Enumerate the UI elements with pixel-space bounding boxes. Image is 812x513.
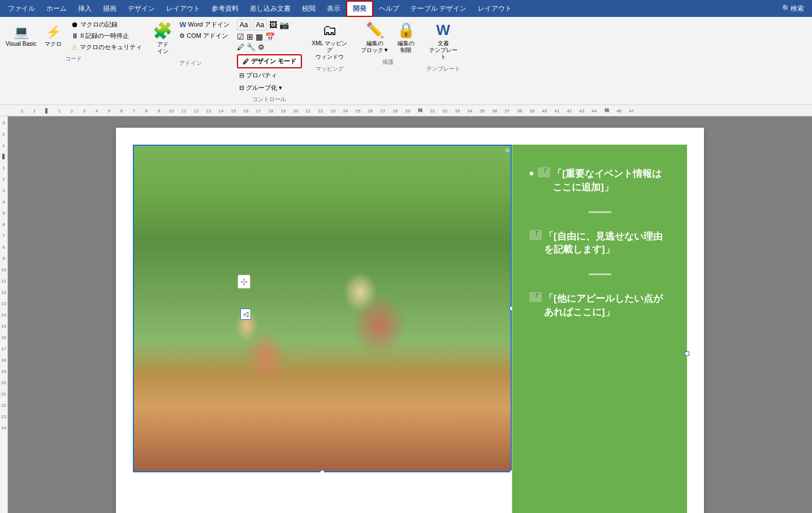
addins-group-label: アドイン [149, 57, 231, 67]
bullet-dot-1: ■ [529, 169, 533, 177]
macro-security-button[interactable]: ⚠ マクロのセキュリティ [69, 42, 144, 53]
addin-label: アドイン [157, 41, 169, 55]
code-group-label: コード [2, 53, 144, 63]
com-label: COM アドイン [187, 32, 228, 40]
addin-icon: 🧩 [153, 21, 172, 40]
word-addin-label: Word アドイン [188, 20, 230, 29]
menu-mailings[interactable]: 差し込み文書 [244, 2, 296, 16]
block-authors-button[interactable]: ✏️ 編集のブロック▼ [357, 19, 392, 56]
vb-icon: 💻 [14, 25, 29, 40]
menu-insert[interactable]: 挿入 [72, 2, 97, 16]
ribbon-group-protection: ✏️ 編集のブロック▼ 🔒 編集の制限 保護 [357, 19, 418, 67]
mapping-group-label: マッピング [307, 63, 352, 73]
properties-button[interactable]: ⊟ プロパティ [237, 70, 279, 81]
text-control-aa1[interactable]: Aa [237, 19, 251, 31]
menu-table-design[interactable]: テーブル デザイン [405, 2, 472, 16]
pause-label: II 記録の一時停止 [80, 32, 129, 40]
grouping-label: グループ化 ▾ [246, 84, 282, 92]
panel-text-content-1: 「[重要なイベント情報はここに追加]」 [552, 168, 662, 193]
security-label: マクロのセキュリティ [80, 43, 142, 51]
bracket-icon-3: 「 [529, 292, 542, 302]
image-control[interactable]: 🖼 [269, 20, 277, 29]
bracket-icon-2: 「 [529, 230, 542, 240]
image-indicator: ⊕ [505, 147, 509, 153]
table-move-handle[interactable]: ⊹ [237, 275, 250, 289]
xml-mapping-button[interactable]: 🗂 XML マッピングウィンドウ [307, 19, 352, 63]
design-mode-icon: 🖊 [243, 58, 249, 65]
tools-control[interactable]: 🔧 [247, 43, 256, 51]
search-icon: 🔍 [782, 5, 791, 12]
warn-icon: ⚠ [71, 43, 78, 51]
menu-table-layout[interactable]: レイアウト [472, 2, 517, 16]
xml-label: XML マッピングウィンドウ [310, 40, 349, 60]
ribbon-group-controls: Aa Aa 🖼 📷 ☑ ⊞ ▦ 📅 🖊 🔧 ⚙ 🖊 [237, 19, 302, 105]
restrict-icon: 🔒 [397, 21, 415, 39]
restrict-label: 編集の制限 [398, 40, 414, 54]
document-image[interactable]: ⊕ [133, 145, 512, 472]
menu-review[interactable]: 校閲 [296, 2, 321, 16]
macro-icon: ⚡ [46, 25, 61, 40]
pause-icon: ⏸ [71, 32, 79, 40]
more-control[interactable]: ⚙ [258, 43, 265, 51]
list-control[interactable]: ▦ [256, 32, 263, 41]
record-label: マクロの記録 [80, 20, 118, 29]
search-label: 検索 [791, 4, 804, 14]
word-addin-button[interactable]: W Word アドイン [177, 19, 231, 30]
menu-references[interactable]: 参考資料 [206, 2, 244, 16]
record-macro-button[interactable]: ⏺ マクロの記録 [69, 19, 144, 30]
design-mode-button[interactable]: 🖊 デザイン モード [237, 54, 302, 68]
grouping-button[interactable]: ⊟ グループ化 ▾ [237, 82, 284, 93]
pause-recording-button[interactable]: ⏸ II 記録の一時停止 [69, 31, 144, 41]
addin-button[interactable]: 🧩 アドイン [149, 19, 176, 57]
table-control[interactable]: ⊞ [247, 32, 253, 41]
vb-label: Visual Basic [6, 41, 36, 47]
panel-item-3: 「 「[他にアピールしたい点があればここに]」 [529, 292, 670, 319]
panel-text-3[interactable]: 「[他にアピールしたい点があればここに]」 [544, 292, 670, 319]
menu-home[interactable]: ホーム [41, 2, 72, 16]
menu-developer[interactable]: 開発 [346, 1, 373, 17]
block-label: 編集のブロック▼ [361, 40, 389, 54]
panel-divider-1 [589, 211, 611, 213]
template-icon: W [436, 21, 450, 39]
menu-help[interactable]: ヘルプ [373, 2, 405, 16]
menu-design[interactable]: デザイン [122, 2, 161, 16]
template-group-label: テンプレート [424, 63, 463, 73]
xml-icon: 🗂 [322, 21, 337, 39]
addin-small-buttons: W Word アドイン ⚙ COM アドイン [177, 19, 231, 57]
date-control[interactable]: 📅 [265, 32, 275, 41]
menu-layout[interactable]: レイアウト [161, 2, 206, 16]
panel-text-content-2: 「[自由に、見逃せない理由を記載します]」 [544, 231, 663, 255]
panel-resize-handle[interactable] [685, 351, 689, 356]
visual-basic-button[interactable]: 💻 Visual Basic [2, 19, 40, 53]
ice-cream-image [133, 145, 512, 472]
ribbon-group-mapping: 🗂 XML マッピングウィンドウ マッピング [307, 19, 352, 74]
resize-handle-corner[interactable] [509, 470, 512, 472]
resize-handle-bottom[interactable] [320, 470, 325, 472]
green-panel: ■ 「 「[重要なイベント情報はここに追加]」 「 「[自由に、見逃せない理 [512, 145, 687, 513]
grouping-icon: ⊟ [239, 84, 244, 92]
ruler-top: 2 1 ▋ 1 2 3 4 5 6 7 8 9 10 11 12 13 14 1… [0, 105, 812, 116]
panel-text-1[interactable]: 「[重要なイベント情報はここに追加]」 [552, 167, 670, 194]
ruler-left: 3 2 1 ▋ 1 2 3 4 5 6 7 8 9 10 11 12 13 14… [0, 116, 8, 513]
restrict-editing-button[interactable]: 🔒 編集の制限 [394, 19, 418, 56]
panel-text-2[interactable]: 「[自由に、見逃せない理由を記載します]」 [544, 230, 670, 257]
dropdown-control[interactable]: 📷 [279, 20, 289, 29]
menu-file[interactable]: ファイル [2, 2, 41, 16]
controls-group-label: コントロール [237, 93, 302, 103]
bracket-icon-1: 「 [538, 167, 550, 177]
menu-bar: ファイル ホーム 挿入 描画 デザイン レイアウト 参考資料 差し込み文書 校閲… [0, 0, 812, 17]
search-area[interactable]: 🔍 検索 [776, 3, 810, 15]
design-mode-label: デザイン モード [251, 57, 296, 66]
macro-button[interactable]: ⚡ マクロ [41, 19, 66, 53]
text-control-aa2[interactable]: Aa [253, 19, 267, 31]
resize-handle-right[interactable] [509, 306, 512, 311]
checkbox-control[interactable]: ☑ [237, 32, 244, 41]
table-nav-prev[interactable]: ◁ [240, 308, 251, 320]
legacy-control[interactable]: 🖊 [237, 43, 244, 51]
menu-view[interactable]: 表示 [321, 2, 346, 16]
doc-template-button[interactable]: W 文書テンプレート [424, 19, 463, 63]
menu-draw[interactable]: 描画 [97, 2, 122, 16]
ribbon-group-addins: 🧩 アドイン W Word アドイン ⚙ COM アドイン アドイン [149, 19, 231, 68]
com-addin-button[interactable]: ⚙ COM アドイン [177, 31, 231, 41]
document-area[interactable]: ⊹ ◁ ⊕ [8, 116, 812, 513]
